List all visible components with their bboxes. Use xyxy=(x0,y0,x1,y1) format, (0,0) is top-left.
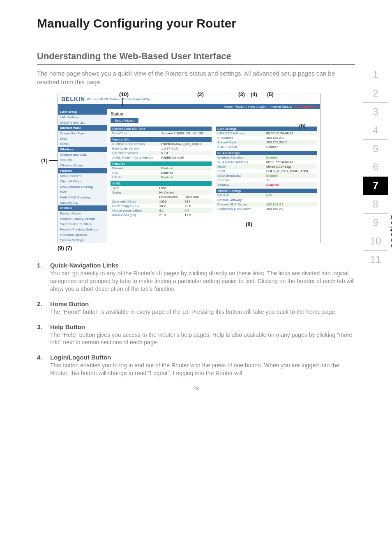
section-nav-item[interactable]: 1 xyxy=(363,66,388,84)
nav-item[interactable]: Channel and SSID xyxy=(58,152,107,157)
nav-item[interactable]: DMZ xyxy=(58,189,107,195)
section-nav-item[interactable]: 6 xyxy=(363,158,388,177)
panel-sysdate-header: System Date and Time xyxy=(111,127,212,131)
router-screenshot: BELKIN Wireless ADSL Modem Router Setup … xyxy=(58,94,321,243)
table-row: Boot Code Version1.0.37-5.15 xyxy=(111,146,212,151)
internet-status-value: NO Connection xyxy=(294,105,318,108)
nav-item[interactable]: Client IP Filters xyxy=(58,179,107,184)
page-number: 23 xyxy=(37,385,355,392)
table-row: TypeFast xyxy=(111,186,212,190)
callout-4: (4) xyxy=(251,91,257,97)
table-row: ModeMixed (11b+11g) xyxy=(216,164,317,169)
callout-6: (6) xyxy=(299,122,306,129)
nav-item[interactable]: Security Log xyxy=(58,200,107,205)
table-row: Noise margin (dB)30.222.0 xyxy=(111,204,212,208)
table-row: Hardware VersionV1.0 xyxy=(111,151,212,155)
table-row: Wireless FunctionEnabled xyxy=(216,155,317,160)
nav-item[interactable]: Save/Backup Settings xyxy=(58,221,107,227)
nav-item[interactable]: MAC Address Filtering xyxy=(58,184,107,189)
body-list: 1.Quick-Navigation LinksYou can go direc… xyxy=(37,262,355,377)
nav-item[interactable]: WAN PING Blocking xyxy=(58,195,107,200)
table-row: Secondary DNS Server192.168.2.1 xyxy=(216,207,317,211)
nav-item[interactable]: Virtual Servers xyxy=(58,173,107,179)
table-row: NATEnabled xyxy=(111,171,212,175)
callout-10: (10) xyxy=(119,91,129,97)
nav-group-header[interactable]: Firewall xyxy=(58,168,107,173)
section-nav-item[interactable]: 8 xyxy=(363,195,388,214)
callout-8: (8) xyxy=(246,221,252,227)
section-nav-item[interactable]: 3 xyxy=(363,103,388,121)
table-row: SSIDBelkin_G_Plus_MIMO_ADSL xyxy=(216,169,317,173)
table-row: LAN MAC Address00:0F:66:7A:68:42 xyxy=(216,131,317,136)
table-row: SecurityDisabled xyxy=(216,182,317,187)
nav-group-header[interactable]: LAN Setup xyxy=(58,109,107,115)
section-nav-item[interactable]: 9 xyxy=(363,214,388,232)
panel-version-header: Version Info xyxy=(111,137,212,142)
nav-item[interactable]: Restore Factory Default xyxy=(58,216,107,221)
nav-item[interactable]: DNS xyxy=(58,136,107,141)
section-nav-item[interactable]: 7 xyxy=(363,177,388,195)
table-row: DownstreamUpstream xyxy=(111,195,212,199)
top-bar: Home | Wizard | Help | Login Internet St… xyxy=(58,104,320,109)
section-nav-item[interactable]: 2 xyxy=(363,84,388,103)
list-item: 4.Login/Logout ButtonThis button enables… xyxy=(37,354,355,377)
internet-status-label: Internet Status: xyxy=(270,105,292,108)
section-nav-item[interactable]: 5 xyxy=(363,140,388,158)
nav-group-header[interactable]: Wireless xyxy=(58,147,107,152)
nav-item[interactable]: Wireless Bridge xyxy=(58,163,107,168)
callout-3: (3) xyxy=(238,91,245,97)
section-nav-item[interactable]: 10 xyxy=(363,232,388,251)
nav-item[interactable]: DHCP Client List xyxy=(58,120,107,125)
panel-wlan-header: WLAN Settings xyxy=(216,151,317,155)
left-nav: LAN SetupLAN SettingsDHCP Client ListInt… xyxy=(58,109,107,243)
section-heading: Understanding the Web-Based User Interfa… xyxy=(37,51,355,65)
nav-item[interactable]: DDNS xyxy=(58,141,107,147)
nav-item[interactable]: Restart Router xyxy=(58,211,107,216)
table-row: Attenuation (dB)21.011.5 xyxy=(111,213,212,217)
sysdate-key: Date/Time xyxy=(112,131,161,135)
list-item: 1.Quick-Navigation LinksYou can go direc… xyxy=(37,262,355,293)
brand-subtitle: Wireless ADSL Modem Router Setup Utility xyxy=(87,97,150,101)
table-row: WLAN MAC Address00:0F:66:7A:68:42 xyxy=(216,160,317,164)
table-row: DHCP ServerEnabled xyxy=(216,145,317,149)
topbar-links[interactable]: Home | Wizard | Help | Login xyxy=(224,105,266,108)
table-row: Output power (dBm)4.10.7 xyxy=(111,208,212,213)
section-nav-item[interactable]: 4 xyxy=(363,121,388,140)
nav-item[interactable]: Security xyxy=(58,157,107,163)
status-label: Status xyxy=(111,112,317,116)
table-row: UPnPEnabled xyxy=(111,175,212,180)
table-row: Primary DNS Server192.168.2.1 xyxy=(216,202,317,207)
callout-1: (1) xyxy=(41,157,48,164)
intro-text: The home page shows you a quick view of … xyxy=(37,69,355,86)
panel-inet-header: Internet Settings xyxy=(216,189,317,193)
list-item: 2.Home ButtonThe "Home" button is availa… xyxy=(37,300,355,316)
nav-item[interactable]: LAN Settings xyxy=(58,115,107,120)
callout-5: (5) xyxy=(267,91,274,97)
nav-item[interactable]: Connection Type xyxy=(58,131,107,136)
table-row: Subnet Mask255.255.255.0 xyxy=(216,140,317,145)
table-row: ADSL Modem Code VersionA2pB018e.d16f xyxy=(111,155,212,160)
table-row: Data rate (Kbps)1536384 xyxy=(111,199,212,204)
table-row: WAN IPN/A xyxy=(216,193,317,198)
nav-item[interactable]: System Settings xyxy=(58,237,107,243)
brand-logo: BELKIN xyxy=(61,96,85,102)
nav-item[interactable]: Restore Previous Settings xyxy=(58,227,107,232)
callout-2: (2) xyxy=(197,91,204,97)
panel-adsl-header: ADSL xyxy=(111,181,212,186)
table-row: IP Address192.168.2.1 xyxy=(216,136,317,140)
sysdate-val: January 1 2000 , 08 : 45 : 58 xyxy=(161,131,210,135)
panel-features-header: Features xyxy=(111,161,212,166)
main-panel: Status Setup Wizard System Date and Time… xyxy=(107,109,320,243)
table-row: SSID BroadcastEnabled xyxy=(216,173,317,178)
list-item: 3.Help ButtonThe "Help" button gives you… xyxy=(37,323,355,347)
table-row: Runtime Code versionF5D9630-4Av1_UK_1.00… xyxy=(111,142,212,146)
section-nav-item[interactable]: 11 xyxy=(363,251,388,269)
nav-group-header[interactable]: Utilities xyxy=(58,205,107,211)
setup-wizard-button[interactable]: Setup Wizard xyxy=(111,118,138,123)
screenshot-wrapper: (10) (2) (3) (4) (5) (6) (1) (8) BELKIN … xyxy=(37,94,355,251)
table-row: StatusNo Defect xyxy=(111,190,212,195)
nav-item[interactable]: Firmware Updates xyxy=(58,232,107,237)
table-row: Channel11 xyxy=(216,178,317,182)
nav-group-header[interactable]: Internet WAN xyxy=(58,125,107,131)
section-label: section xyxy=(388,214,392,248)
